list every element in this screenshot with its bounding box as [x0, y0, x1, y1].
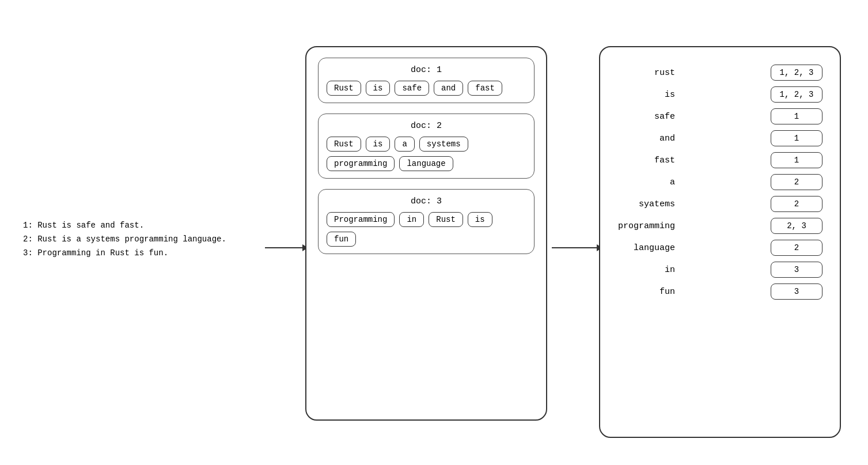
map-key: fun	[617, 287, 687, 297]
token: in	[399, 212, 424, 227]
doc-label: doc: 2	[327, 121, 526, 131]
map-key: safe	[617, 112, 687, 122]
map-value: 1	[771, 130, 822, 146]
token: fun	[327, 232, 356, 247]
token: and	[434, 81, 463, 96]
map-row-language: language2	[617, 240, 822, 256]
arrow-doc-to-tokenize	[265, 244, 308, 251]
map-key: language	[617, 243, 687, 253]
map-key: fast	[617, 156, 687, 165]
map-row-is: is1, 2, 3	[617, 86, 822, 103]
documents-section: 1: Rust is safe and fast. 2: Rust is a s…	[23, 219, 226, 260]
doc-section-doc:-3: doc: 3ProgramminginRustisfun	[318, 189, 535, 254]
map-key: programming	[617, 221, 687, 231]
map-key: rust	[617, 68, 687, 78]
doc-label: doc: 3	[327, 196, 526, 206]
arrow-tokenize-to-map	[552, 244, 602, 251]
map-row-a: a2	[617, 174, 822, 190]
map-value: 3	[771, 262, 822, 278]
map-row-syatems: syatems2	[617, 196, 822, 212]
map-row-fast: fast1	[617, 152, 822, 168]
map-value: 2, 3	[771, 218, 822, 234]
token: fast	[468, 81, 502, 96]
map-box: rust1, 2, 3is1, 2, 3safe1and1fast1a2syat…	[599, 46, 841, 438]
token: a	[395, 137, 414, 152]
map-row-programming: programming2, 3	[617, 218, 822, 234]
arrow-line-1	[265, 247, 302, 248]
map-row-safe: safe1	[617, 108, 822, 124]
map-value: 1, 2, 3	[771, 65, 822, 81]
diagram-container: 1: Rust is safe and fast. 2: Rust is a s…	[0, 0, 868, 465]
token: systems	[419, 137, 468, 152]
map-key: and	[617, 134, 687, 143]
map-row-and: and1	[617, 130, 822, 146]
doc-line-1: 1: Rust is safe and fast.	[23, 219, 226, 233]
map-key: a	[617, 177, 687, 187]
token: Rust	[327, 137, 361, 152]
arrow-line-2	[552, 247, 597, 248]
token: safe	[395, 81, 429, 96]
map-value: 1	[771, 108, 822, 124]
token-group: Rustissafeandfast	[327, 81, 526, 96]
token: Rust	[327, 81, 361, 96]
token: Rust	[429, 212, 463, 227]
token: programming	[327, 156, 395, 171]
map-key: syatems	[617, 199, 687, 209]
map-key: is	[617, 90, 687, 100]
doc-line-2: 2: Rust is a systems programming languag…	[23, 233, 226, 247]
tokenize-box: doc: 1Rustissafeandfastdoc: 2Rustisasyst…	[305, 46, 547, 421]
map-key: in	[617, 265, 687, 275]
map-value: 3	[771, 283, 822, 300]
map-row-rust: rust1, 2, 3	[617, 65, 822, 81]
doc-section-doc:-1: doc: 1Rustissafeandfast	[318, 58, 535, 103]
map-row-fun: fun3	[617, 283, 822, 300]
map-value: 2	[771, 196, 822, 212]
token: is	[366, 137, 391, 152]
map-value: 1	[771, 152, 822, 168]
token-group: ProgramminginRustisfun	[327, 212, 526, 247]
doc-section-doc:-2: doc: 2Rustisasystemsprogramminglanguage	[318, 114, 535, 179]
token: is	[366, 81, 391, 96]
map-row-in: in3	[617, 262, 822, 278]
map-value: 1, 2, 3	[771, 86, 822, 103]
map-value: 2	[771, 174, 822, 190]
map-value: 2	[771, 240, 822, 256]
token: Programming	[327, 212, 395, 227]
token: language	[399, 156, 453, 171]
doc-label: doc: 1	[327, 65, 526, 75]
token-group: Rustisasystemsprogramminglanguage	[327, 137, 526, 171]
token: is	[468, 212, 492, 227]
doc-line-3: 3: Programming in Rust is fun.	[23, 247, 226, 260]
